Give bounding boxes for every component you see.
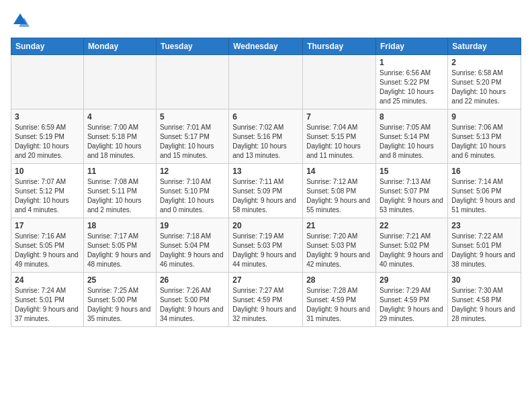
day-number: 29	[380, 275, 444, 285]
calendar-cell: 27Sunrise: 7:27 AMSunset: 4:59 PMDayligh…	[229, 273, 303, 327]
calendar-cell: 22Sunrise: 7:21 AMSunset: 5:02 PMDayligh…	[376, 218, 448, 273]
calendar-cell: 7Sunrise: 7:04 AMSunset: 5:15 PMDaylight…	[303, 109, 376, 164]
calendar-cell: 26Sunrise: 7:26 AMSunset: 5:00 PMDayligh…	[156, 273, 228, 327]
calendar-cell: 19Sunrise: 7:18 AMSunset: 5:04 PMDayligh…	[156, 218, 228, 273]
day-info: Sunrise: 7:21 AMSunset: 5:02 PMDaylight:…	[380, 232, 444, 269]
calendar-cell: 4Sunrise: 7:00 AMSunset: 5:18 PMDaylight…	[83, 109, 156, 164]
day-number: 15	[380, 167, 444, 176]
day-number: 6	[232, 112, 299, 122]
calendar-cell: 11Sunrise: 7:08 AMSunset: 5:11 PMDayligh…	[83, 164, 156, 218]
day-number: 20	[232, 221, 299, 230]
day-info: Sunrise: 7:02 AMSunset: 5:16 PMDaylight:…	[232, 123, 299, 161]
calendar-cell	[156, 55, 228, 109]
column-header-wednesday: Wednesday	[229, 38, 303, 55]
day-info: Sunrise: 7:28 AMSunset: 4:59 PMDaylight:…	[306, 286, 372, 324]
day-info: Sunrise: 7:11 AMSunset: 5:09 PMDaylight:…	[232, 177, 299, 215]
calendar-cell	[229, 55, 303, 109]
day-info: Sunrise: 7:17 AMSunset: 5:05 PMDaylight:…	[87, 232, 152, 269]
day-number: 26	[160, 275, 225, 285]
logo	[11, 11, 32, 30]
day-info: Sunrise: 7:14 AMSunset: 5:06 PMDaylight:…	[451, 177, 517, 215]
day-number: 16	[451, 167, 517, 176]
day-info: Sunrise: 7:18 AMSunset: 5:04 PMDaylight:…	[160, 232, 225, 269]
column-header-thursday: Thursday	[303, 38, 376, 55]
calendar-cell	[83, 55, 156, 109]
day-number: 11	[87, 167, 152, 176]
day-info: Sunrise: 6:59 AMSunset: 5:19 PMDaylight:…	[15, 123, 80, 161]
day-number: 9	[451, 112, 517, 122]
calendar-cell: 6Sunrise: 7:02 AMSunset: 5:16 PMDaylight…	[229, 109, 303, 164]
day-info: Sunrise: 7:30 AMSunset: 4:58 PMDaylight:…	[451, 286, 517, 324]
calendar-cell: 20Sunrise: 7:19 AMSunset: 5:03 PMDayligh…	[229, 218, 303, 273]
calendar-cell	[11, 55, 84, 109]
day-info: Sunrise: 7:13 AMSunset: 5:07 PMDaylight:…	[380, 177, 444, 215]
day-number: 17	[15, 221, 80, 230]
day-info: Sunrise: 7:19 AMSunset: 5:03 PMDaylight:…	[232, 232, 299, 269]
calendar-cell: 30Sunrise: 7:30 AMSunset: 4:58 PMDayligh…	[448, 273, 521, 327]
day-info: Sunrise: 7:04 AMSunset: 5:15 PMDaylight:…	[306, 123, 372, 161]
day-number: 21	[306, 221, 372, 230]
day-info: Sunrise: 7:06 AMSunset: 5:13 PMDaylight:…	[451, 123, 517, 161]
calendar-week-row: 3Sunrise: 6:59 AMSunset: 5:19 PMDaylight…	[11, 109, 521, 164]
day-number: 23	[451, 221, 517, 230]
calendar-cell: 8Sunrise: 7:05 AMSunset: 5:14 PMDaylight…	[376, 109, 448, 164]
calendar-cell	[303, 55, 376, 109]
day-number: 28	[306, 275, 372, 285]
calendar-cell: 15Sunrise: 7:13 AMSunset: 5:07 PMDayligh…	[376, 164, 448, 218]
day-info: Sunrise: 7:27 AMSunset: 4:59 PMDaylight:…	[232, 286, 299, 324]
calendar-cell: 14Sunrise: 7:12 AMSunset: 5:08 PMDayligh…	[303, 164, 376, 218]
calendar-cell: 17Sunrise: 7:16 AMSunset: 5:05 PMDayligh…	[11, 218, 84, 273]
day-info: Sunrise: 7:01 AMSunset: 5:17 PMDaylight:…	[160, 123, 225, 161]
day-number: 5	[160, 112, 225, 122]
day-number: 13	[232, 167, 299, 176]
day-info: Sunrise: 6:58 AMSunset: 5:20 PMDaylight:…	[451, 68, 517, 106]
day-number: 27	[232, 275, 299, 285]
day-info: Sunrise: 7:29 AMSunset: 4:59 PMDaylight:…	[380, 286, 444, 324]
calendar-cell: 3Sunrise: 6:59 AMSunset: 5:19 PMDaylight…	[11, 109, 84, 164]
calendar-cell: 29Sunrise: 7:29 AMSunset: 4:59 PMDayligh…	[376, 273, 448, 327]
calendar-cell: 10Sunrise: 7:07 AMSunset: 5:12 PMDayligh…	[11, 164, 84, 218]
day-number: 25	[87, 275, 152, 285]
day-number: 8	[380, 112, 444, 122]
calendar-week-row: 1Sunrise: 6:56 AMSunset: 5:22 PMDaylight…	[11, 55, 521, 109]
day-number: 7	[306, 112, 372, 122]
day-number: 19	[160, 221, 225, 230]
day-info: Sunrise: 7:10 AMSunset: 5:10 PMDaylight:…	[160, 177, 225, 215]
column-header-sunday: Sunday	[11, 38, 84, 55]
calendar-week-row: 24Sunrise: 7:24 AMSunset: 5:01 PMDayligh…	[11, 273, 521, 327]
calendar-cell: 9Sunrise: 7:06 AMSunset: 5:13 PMDaylight…	[448, 109, 521, 164]
page-header	[11, 11, 521, 30]
column-header-friday: Friday	[376, 38, 448, 55]
day-number: 4	[87, 112, 152, 122]
day-info: Sunrise: 6:56 AMSunset: 5:22 PMDaylight:…	[380, 68, 444, 106]
day-info: Sunrise: 7:26 AMSunset: 5:00 PMDaylight:…	[160, 286, 225, 324]
day-number: 2	[451, 58, 517, 67]
day-number: 10	[15, 167, 80, 176]
column-header-monday: Monday	[83, 38, 156, 55]
calendar-week-row: 10Sunrise: 7:07 AMSunset: 5:12 PMDayligh…	[11, 164, 521, 218]
calendar-cell: 24Sunrise: 7:24 AMSunset: 5:01 PMDayligh…	[11, 273, 84, 327]
day-number: 22	[380, 221, 444, 230]
calendar-table: SundayMondayTuesdayWednesdayThursdayFrid…	[11, 38, 521, 327]
day-info: Sunrise: 7:08 AMSunset: 5:11 PMDaylight:…	[87, 177, 152, 215]
logo-icon	[11, 11, 30, 30]
calendar-cell: 1Sunrise: 6:56 AMSunset: 5:22 PMDaylight…	[376, 55, 448, 109]
day-info: Sunrise: 7:20 AMSunset: 5:03 PMDaylight:…	[306, 232, 372, 269]
day-info: Sunrise: 7:16 AMSunset: 5:05 PMDaylight:…	[15, 232, 80, 269]
day-number: 12	[160, 167, 225, 176]
day-info: Sunrise: 7:00 AMSunset: 5:18 PMDaylight:…	[87, 123, 152, 161]
column-header-saturday: Saturday	[448, 38, 521, 55]
day-info: Sunrise: 7:25 AMSunset: 5:00 PMDaylight:…	[87, 286, 152, 324]
day-number: 18	[87, 221, 152, 230]
column-header-tuesday: Tuesday	[156, 38, 228, 55]
day-info: Sunrise: 7:12 AMSunset: 5:08 PMDaylight:…	[306, 177, 372, 215]
day-info: Sunrise: 7:22 AMSunset: 5:01 PMDaylight:…	[451, 232, 517, 269]
day-info: Sunrise: 7:07 AMSunset: 5:12 PMDaylight:…	[15, 177, 80, 215]
calendar-cell: 28Sunrise: 7:28 AMSunset: 4:59 PMDayligh…	[303, 273, 376, 327]
day-number: 1	[380, 58, 444, 67]
day-info: Sunrise: 7:24 AMSunset: 5:01 PMDaylight:…	[15, 286, 80, 324]
calendar-header-row: SundayMondayTuesdayWednesdayThursdayFrid…	[11, 38, 521, 55]
day-number: 24	[15, 275, 80, 285]
calendar-cell: 18Sunrise: 7:17 AMSunset: 5:05 PMDayligh…	[83, 218, 156, 273]
day-number: 30	[451, 275, 517, 285]
